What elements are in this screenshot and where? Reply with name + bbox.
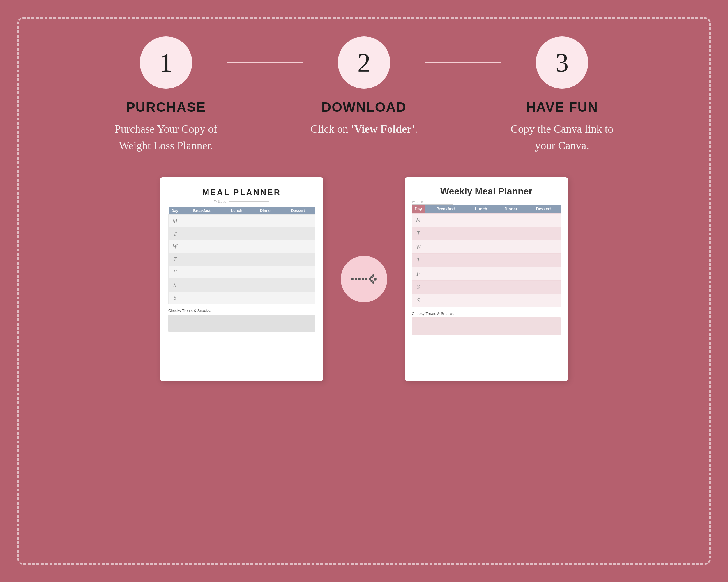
weekly-meal-cell [496, 240, 526, 254]
weekly-meal-cell [526, 227, 561, 240]
weekly-meal-cell [467, 240, 496, 254]
treats-box [168, 314, 315, 332]
weekly-table-row: F [412, 267, 561, 280]
connector-2-3 [425, 62, 501, 63]
svg-point-0 [351, 278, 354, 280]
weekly-planner-card: Weekly Meal Planner WEEK Day Breakfast L… [405, 177, 568, 381]
meal-cell [222, 253, 251, 266]
meal-cell [251, 292, 281, 304]
day-cell: F [168, 266, 181, 279]
weekly-col-dessert: Dessert [526, 204, 561, 214]
meal-cell [181, 215, 223, 227]
step-2-desc-bold: 'View Folder' [351, 123, 415, 135]
weekly-day-cell: M [412, 214, 425, 227]
weekly-table-row: S [412, 294, 561, 307]
weekly-treats-label: Cheeky Treats & Snacks: [412, 311, 561, 316]
weekly-meal-cell [496, 280, 526, 294]
weekly-day-cell: F [412, 267, 425, 280]
day-cell: T [168, 227, 181, 240]
step-2-title: DOWNLOAD [321, 99, 407, 115]
planner-table: Day Breakfast Lunch Dinner Dessert MTWTF… [168, 206, 315, 304]
weekly-meal-cell [425, 227, 467, 240]
weekly-week-label: WEEK [412, 199, 561, 204]
weekly-meal-cell [467, 294, 496, 307]
arrow-button [341, 256, 387, 302]
step-2-desc: Click on 'View Folder'. [310, 121, 418, 137]
weekly-meal-cell [425, 240, 467, 254]
weekly-meal-cell [496, 227, 526, 240]
step-2-desc-plain: Click on [310, 123, 351, 135]
weekly-meal-cell [425, 267, 467, 280]
weekly-meal-cell [526, 267, 561, 280]
original-planner-card: MEAL PLANNER WEEK Day Breakfast Lunch Di… [160, 177, 323, 381]
weekly-meal-cell [496, 294, 526, 307]
preview-row: MEAL PLANNER WEEK Day Breakfast Lunch Di… [42, 177, 686, 381]
step-3-circle: 3 [536, 36, 588, 89]
day-cell: S [168, 279, 181, 292]
arrow-icon [349, 268, 379, 291]
weekly-day-cell: T [412, 254, 425, 267]
weekly-meal-cell [526, 280, 561, 294]
svg-point-4 [365, 278, 367, 280]
meal-cell [251, 253, 281, 266]
weekly-meal-cell [526, 240, 561, 254]
step-1-number: 1 [160, 48, 173, 78]
table-header-row: Day Breakfast Lunch Dinner Dessert [168, 206, 315, 215]
day-cell: S [168, 292, 181, 304]
meal-cell [281, 215, 315, 227]
step-2-number: 2 [358, 48, 371, 78]
steps-row: 1 PURCHASE Purchase Your Copy of Weight … [42, 36, 686, 154]
meal-cell [222, 227, 251, 240]
meal-cell [281, 253, 315, 266]
weekly-col-dinner: Dinner [496, 204, 526, 214]
weekly-table-row: T [412, 227, 561, 240]
weekly-meal-cell [425, 254, 467, 267]
meal-cell [222, 292, 251, 304]
step-3-desc: Copy the Canva link to your Canva. [501, 121, 623, 154]
day-cell: T [168, 253, 181, 266]
meal-cell [181, 227, 223, 240]
meal-cell [181, 253, 223, 266]
table-row: S [168, 292, 315, 304]
weekly-meal-cell [425, 214, 467, 227]
main-container: 1 PURCHASE Purchase Your Copy of Weight … [18, 18, 710, 564]
weekly-meal-cell [496, 267, 526, 280]
meal-cell [281, 240, 315, 253]
col-day: Day [168, 206, 181, 215]
weekly-meal-cell [526, 214, 561, 227]
step-2-circle: 2 [338, 36, 390, 89]
weekly-planner-table: Day Breakfast Lunch Dinner Dessert MTWTF… [412, 204, 561, 307]
weekly-day-cell: S [412, 280, 425, 294]
meal-cell [281, 227, 315, 240]
week-line [229, 201, 269, 202]
weekly-planner-title: Weekly Meal Planner [412, 186, 561, 197]
col-breakfast: Breakfast [181, 206, 223, 215]
weekly-table-row: S [412, 280, 561, 294]
svg-point-3 [362, 278, 364, 280]
step-1: 1 PURCHASE Purchase Your Copy of Weight … [105, 36, 227, 154]
meal-cell [222, 240, 251, 253]
meal-cell [181, 279, 223, 292]
weekly-col-day: Day [412, 204, 425, 214]
weekly-table-row: W [412, 240, 561, 254]
day-cell: W [168, 240, 181, 253]
meal-cell [222, 266, 251, 279]
svg-point-9 [372, 281, 374, 284]
table-row: F [168, 266, 315, 279]
meal-cell [281, 266, 315, 279]
svg-point-6 [370, 276, 373, 278]
table-row: M [168, 215, 315, 227]
weekly-meal-cell [425, 294, 467, 307]
connector-1-2 [227, 62, 303, 63]
weekly-day-cell: S [412, 294, 425, 307]
svg-point-10 [373, 278, 376, 280]
planner-week-label: WEEK [168, 199, 315, 204]
meal-cell [251, 279, 281, 292]
step-2: 2 DOWNLOAD Click on 'View Folder'. [303, 36, 425, 137]
col-dessert: Dessert [281, 206, 315, 215]
weekly-meal-cell [496, 254, 526, 267]
weekly-col-breakfast: Breakfast [425, 204, 467, 214]
weekly-week-text: WEEK [412, 200, 424, 204]
weekly-meal-cell [526, 294, 561, 307]
week-text: WEEK [214, 199, 227, 204]
